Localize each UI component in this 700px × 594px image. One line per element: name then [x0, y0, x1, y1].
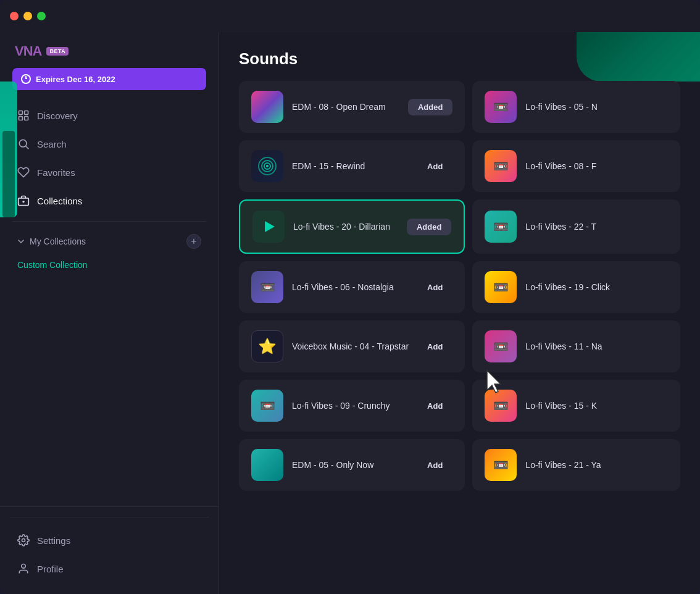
- settings-icon: [17, 534, 30, 546]
- collections-icon: [17, 195, 30, 207]
- sound-item-lofi-21[interactable]: 📼 Lo-fi Vibes - 21 - Ya: [472, 439, 680, 491]
- beta-badge: BETA: [46, 47, 69, 56]
- sidebar-item-favorites[interactable]: Favorites: [10, 159, 209, 185]
- sound-item-lofi-08[interactable]: 📼 Lo-fi Vibes - 08 - F: [472, 140, 680, 192]
- settings-label: Settings: [37, 535, 70, 546]
- search-label: Search: [37, 139, 67, 149]
- sound-info-lofi-19: Lo-fi Vibes - 19 - Click: [525, 282, 668, 292]
- add-button-edm-15[interactable]: Add: [417, 158, 452, 175]
- close-button[interactable]: [10, 12, 19, 20]
- collections-section: My Collections + Custom Collection: [0, 229, 219, 276]
- search-icon: [17, 138, 30, 150]
- sound-info-edm-15: EDM - 15 - Rewind: [292, 161, 409, 171]
- svg-rect-3: [25, 117, 28, 120]
- sound-item-lofi-09[interactable]: 📼 Lo-fi Vibes - 09 - Crunchy Add: [239, 380, 465, 432]
- sound-name-lofi-19: Lo-fi Vibes - 19 - Click: [525, 282, 668, 292]
- add-button-lofi-09[interactable]: Add: [417, 398, 452, 414]
- custom-collection-label: Custom Collection: [17, 260, 88, 270]
- sound-info-lofi-08: Lo-fi Vibes - 08 - F: [525, 161, 668, 171]
- discovery-icon: [17, 109, 30, 122]
- sound-item-edm-05[interactable]: EDM - 05 - Only Now Add: [239, 439, 465, 491]
- bottom-separator: [10, 517, 209, 517]
- add-button-voice-04[interactable]: Add: [417, 338, 452, 355]
- play-button-lofi-20[interactable]: [252, 211, 285, 243]
- maximize-button[interactable]: [37, 12, 46, 20]
- discovery-label: Discovery: [37, 111, 78, 121]
- sound-info-edm-05: EDM - 05 - Only Now: [292, 460, 409, 470]
- sound-item-lofi-06[interactable]: 📼 Lo-fi Vibes - 06 - Nostalgia Add: [239, 261, 465, 313]
- sound-item-lofi-19[interactable]: 📼 Lo-fi Vibes - 19 - Click: [472, 261, 680, 313]
- sound-item-lofi-11[interactable]: 📼 Lo-fi Vibes - 11 - Na: [472, 320, 680, 372]
- add-button-edm-08[interactable]: Added: [408, 99, 452, 115]
- add-button-lofi-20[interactable]: Added: [407, 219, 451, 235]
- sound-name-edm-08: EDM - 08 - Open Dream: [292, 102, 399, 112]
- svg-point-4: [19, 140, 27, 147]
- svg-rect-2: [19, 117, 23, 120]
- sound-name-edm-05: EDM - 05 - Only Now: [292, 460, 409, 470]
- sound-info-lofi-11: Lo-fi Vibes - 11 - Na: [525, 341, 668, 351]
- app-layout: VNA BETA Expires Dec 16, 2022: [0, 32, 700, 594]
- sound-name-lofi-08: Lo-fi Vibes - 08 - F: [525, 161, 668, 171]
- sounds-grid: EDM - 08 - Open Dream Added 📼 Lo-fi Vibe…: [239, 81, 680, 491]
- sound-item-lofi-05[interactable]: 📼 Lo-fi Vibes - 05 - N: [472, 81, 680, 133]
- sound-thumb-lofi-19: 📼: [485, 271, 517, 303]
- sound-thumb-lofi-05: 📼: [485, 91, 517, 123]
- svg-point-14: [266, 165, 269, 167]
- sound-name-lofi-21: Lo-fi Vibes - 21 - Ya: [525, 460, 668, 470]
- favorites-label: Favorites: [37, 167, 75, 178]
- sound-info-edm-08: EDM - 08 - Open Dream: [292, 102, 399, 112]
- sound-thumb-edm-08: [251, 91, 283, 123]
- sound-name-lofi-06: Lo-fi Vibes - 06 - Nostalgia: [292, 282, 409, 292]
- profile-icon: [17, 563, 30, 575]
- svg-point-10: [22, 564, 26, 569]
- svg-rect-0: [19, 111, 23, 115]
- add-button-lofi-06[interactable]: Add: [417, 279, 452, 296]
- sound-item-lofi-15[interactable]: 📼 Lo-fi Vibes - 15 - K: [472, 380, 680, 432]
- deco-green-bar-inner: [2, 131, 15, 217]
- sounds-container: Sounds EDM - 08 - Open Dream Added: [219, 32, 700, 508]
- sidebar-item-discovery[interactable]: Discovery: [10, 102, 209, 128]
- nav-separator: [12, 221, 206, 222]
- collections-header-toggle[interactable]: My Collections: [17, 236, 86, 246]
- sound-name-edm-15: EDM - 15 - Rewind: [292, 161, 409, 171]
- chevron-down-icon: [17, 238, 25, 245]
- my-collections-label: My Collections: [30, 236, 86, 246]
- spiral-svg: [256, 155, 278, 177]
- sidebar-logo: VNA BETA: [0, 32, 219, 68]
- sound-item-edm-15[interactable]: EDM - 15 - Rewind Add: [239, 140, 465, 192]
- profile-label: Profile: [37, 564, 64, 574]
- sound-name-lofi-22: Lo-fi Vibes - 22 - T: [525, 222, 668, 232]
- sound-thumb-lofi-08: 📼: [485, 150, 517, 182]
- expires-banner[interactable]: Expires Dec 16, 2022: [12, 68, 206, 90]
- sidebar-item-settings[interactable]: Settings: [10, 527, 209, 553]
- sound-info-lofi-20: Lo-fi Vibes - 20 - Dillarian: [293, 222, 398, 232]
- sound-info-lofi-05: Lo-fi Vibes - 05 - N: [525, 102, 668, 112]
- sound-item-lofi-22[interactable]: 📼 Lo-fi Vibes - 22 - T: [472, 199, 680, 254]
- minimize-button[interactable]: [23, 12, 32, 20]
- sound-info-lofi-21: Lo-fi Vibes - 21 - Ya: [525, 460, 668, 470]
- sound-thumb-edm-05: [251, 449, 283, 481]
- play-triangle-icon: [265, 221, 275, 232]
- add-button-edm-05[interactable]: Add: [417, 457, 452, 474]
- clock-icon: [21, 74, 31, 84]
- sound-info-lofi-22: Lo-fi Vibes - 22 - T: [525, 222, 668, 232]
- sound-info-voice-04: Voicebox Music - 04 - Trapstar: [292, 341, 409, 351]
- sound-item-lofi-20[interactable]: Lo-fi Vibes - 20 - Dillarian Added: [239, 199, 465, 254]
- sound-info-lofi-09: Lo-fi Vibes - 09 - Crunchy: [292, 401, 409, 411]
- sound-item-edm-08[interactable]: EDM - 08 - Open Dream Added: [239, 81, 465, 133]
- sidebar-item-collections[interactable]: Collections: [10, 188, 209, 214]
- sound-thumb-lofi-11: 📼: [485, 330, 517, 362]
- sidebar-item-profile[interactable]: Profile: [10, 556, 209, 582]
- sound-info-lofi-15: Lo-fi Vibes - 15 - K: [525, 401, 668, 411]
- sidebar-item-search[interactable]: Search: [10, 131, 209, 157]
- traffic-lights: [10, 12, 46, 20]
- collection-item-custom[interactable]: Custom Collection: [10, 254, 209, 276]
- expires-text: Expires Dec 16, 2022: [36, 75, 115, 84]
- sounds-title: Sounds: [239, 49, 680, 69]
- add-collection-button[interactable]: +: [186, 234, 201, 249]
- sound-thumb-lofi-09: 📼: [251, 390, 283, 422]
- sound-name-lofi-05: Lo-fi Vibes - 05 - N: [525, 102, 668, 112]
- main-content: Sounds EDM - 08 - Open Dream Added: [219, 32, 700, 594]
- sound-thumb-lofi-06: 📼: [251, 271, 283, 303]
- sound-item-voice-04[interactable]: ⭐ Voicebox Music - 04 - Trapstar Add: [239, 320, 465, 372]
